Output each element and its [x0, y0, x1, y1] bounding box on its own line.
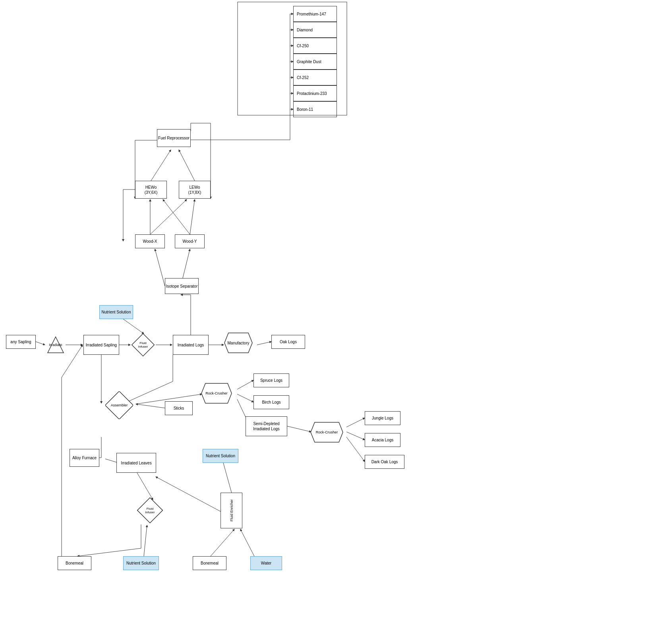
hewo-label: HEWo(3Y,6X)	[145, 185, 158, 195]
fluid-infuser2-label: FluidInfuser	[145, 507, 155, 514]
nutrient-solution1-label: Nutrient Solution	[102, 309, 131, 315]
manufactory-node: Manufactory	[221, 331, 256, 355]
semi-depleted-node: Semi-Depleted Irradiated Logs	[246, 416, 287, 436]
nutrient-solution3-label: Nutrient Solution	[206, 453, 235, 458]
water-node: Water	[250, 556, 282, 570]
irradiated-leaves-node: Irradiated Leaves	[116, 453, 156, 473]
birch-logs-label: Birch Logs	[262, 400, 280, 405]
oak-logs-label: Oak Logs	[280, 339, 297, 344]
fluid-infuser1-node: FluidInfuser	[131, 333, 155, 357]
fluid-infuser1-label: FluidInfuser	[138, 341, 148, 348]
assembler-label: Assembler	[111, 403, 128, 407]
diagram-canvas: any Sapling Irradiato Irradiated Sapling…	[0, 0, 648, 644]
spruce-logs-label: Spruce Logs	[260, 378, 282, 383]
svg-line-0	[36, 342, 45, 345]
fluid-enricher-label: Fluid Enricher	[230, 499, 234, 522]
lewo-label: LEWo(1Y,8X)	[188, 185, 201, 195]
svg-line-42	[346, 418, 365, 427]
svg-line-15	[151, 150, 171, 181]
isotope-separator-label: Isotope Separator	[166, 284, 198, 289]
svg-line-55	[144, 525, 147, 556]
output-list: Promethium-147 Diamond Cf-250 Graphite D…	[293, 6, 337, 117]
svg-line-12	[163, 199, 190, 234]
irradiator-node: Irradiato	[46, 335, 66, 355]
svg-line-44	[346, 437, 365, 462]
fuel-reprocessor-node: Fuel Reprocessor	[157, 129, 191, 147]
bonemeal2-node: Bonemeal	[193, 556, 226, 570]
rock-crusher1-node: Rock-Crusher	[197, 381, 236, 405]
output-cf250: Cf-250	[293, 38, 337, 54]
svg-line-54	[77, 548, 141, 556]
svg-line-9	[155, 249, 165, 286]
svg-line-37	[136, 404, 165, 408]
wood-y-label: Wood-Y	[183, 239, 197, 244]
svg-line-43	[346, 432, 365, 440]
spruce-logs-node: Spruce Logs	[253, 373, 289, 387]
fluid-enricher-node: Fluid Enricher	[221, 493, 242, 528]
output-promethium: Promethium-147	[293, 6, 337, 22]
irradiator-label: Irradiato	[46, 335, 66, 355]
nutrient-solution2-node: Nutrient Solution	[123, 556, 159, 570]
nutrient-solution1-node: Nutrient Solution	[99, 305, 133, 319]
assembler-node: Assembler	[105, 391, 133, 419]
svg-line-51	[240, 529, 254, 556]
output-diamond: Diamond	[293, 22, 337, 38]
birch-logs-node: Birch Logs	[253, 395, 289, 409]
acacia-logs-node: Acacia Logs	[365, 433, 400, 447]
dark-oak-logs-label: Dark Oak Logs	[371, 459, 398, 464]
output-protactinium: Protactinium-233	[293, 85, 337, 101]
svg-line-48	[223, 463, 232, 496]
irradiated-logs-label: Irradiated Logs	[178, 342, 204, 348]
acacia-logs-label: Acacia Logs	[372, 437, 393, 443]
alloy-furnace-label: Alloy Furnace	[72, 455, 97, 460]
svg-line-16	[179, 150, 195, 181]
any-sapling-node: any Sapling	[6, 335, 36, 349]
wood-x-node: Wood-X	[135, 234, 165, 248]
output-cf252: Cf-252	[293, 70, 337, 85]
rock-crusher2-node: Rock-Crusher	[306, 420, 348, 444]
jungle-logs-node: Jungle Logs	[365, 411, 400, 425]
bonemeal2-label: Bonemeal	[201, 561, 219, 566]
bonemeal1-label: Bonemeal	[66, 561, 83, 566]
svg-line-14	[150, 199, 187, 234]
svg-line-6	[123, 319, 144, 334]
fuel-reprocessor-label: Fuel Reprocessor	[158, 135, 190, 141]
hewo-node: HEWo(3Y,6X)	[135, 181, 167, 199]
irradiated-sapling-label: Irradiated Sapling	[86, 342, 117, 348]
oak-logs-node: Oak Logs	[271, 335, 305, 349]
irradiated-sapling-node: Irradiated Sapling	[83, 335, 119, 355]
irradiated-leaves-label: Irradiated Leaves	[121, 460, 151, 466]
svg-line-5	[257, 342, 271, 345]
semi-depleted-label: Semi-Depleted Irradiated Logs	[246, 421, 287, 431]
output-graphite: Graphite Dust	[293, 54, 337, 70]
irradiated-logs-node: Irradiated Logs	[173, 335, 209, 355]
nutrient-solution2-label: Nutrient Solution	[126, 561, 156, 566]
svg-line-52	[137, 473, 153, 500]
svg-line-38	[237, 380, 253, 389]
rock-crusher1-label: Rock-Crusher	[197, 381, 236, 405]
sticks-label: Sticks	[174, 406, 184, 411]
output-boron: Boron-11	[293, 101, 337, 117]
fluid-infuser2-node: FluidInfuser	[137, 497, 163, 523]
svg-line-49	[156, 477, 222, 512]
svg-line-39	[237, 394, 253, 402]
isotope-separator-node: Isotope Separator	[165, 278, 199, 294]
dark-oak-logs-node: Dark Oak Logs	[365, 455, 404, 469]
water-label: Water	[261, 561, 271, 566]
manufactory-label: Manufactory	[221, 331, 256, 355]
lewo-node: LEWo(1Y,8X)	[179, 181, 211, 199]
nutrient-solution3-node: Nutrient Solution	[203, 449, 238, 463]
any-sapling-label: any Sapling	[10, 339, 31, 344]
rock-crusher2-label: Rock-Crusher	[306, 420, 348, 444]
jungle-logs-label: Jungle Logs	[372, 416, 393, 421]
svg-line-50	[211, 529, 234, 556]
svg-line-13	[190, 199, 195, 234]
bonemeal1-node: Bonemeal	[58, 556, 91, 570]
wood-y-node: Wood-Y	[175, 234, 205, 248]
wood-x-label: Wood-X	[143, 239, 157, 244]
sticks-node: Sticks	[165, 401, 193, 415]
alloy-furnace-node: Alloy Furnace	[70, 449, 99, 467]
